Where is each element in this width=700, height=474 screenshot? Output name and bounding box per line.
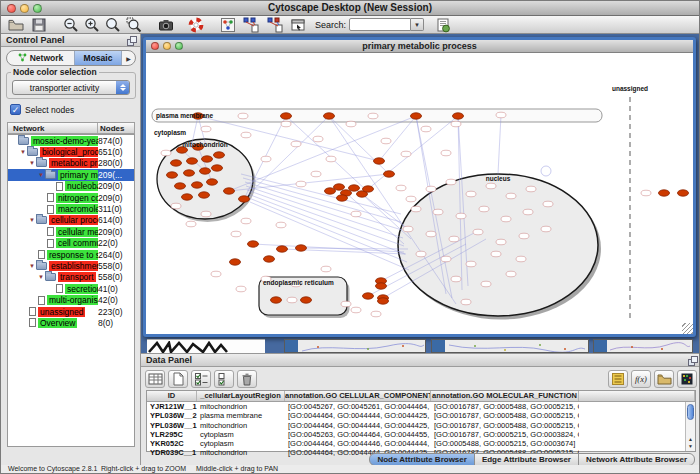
- network-node[interactable]: [321, 266, 331, 272]
- network-node-selected-category[interactable]: [363, 186, 374, 192]
- network-node[interactable]: [451, 276, 461, 282]
- network-node[interactable]: [541, 226, 551, 232]
- network-node-selected-category[interactable]: [202, 156, 213, 162]
- zoom-fit-icon[interactable]: [104, 17, 122, 33]
- network-node-selected-category[interactable]: [659, 190, 670, 196]
- table-cell[interactable]: [579, 430, 695, 439]
- float-panel-icon[interactable]: [688, 356, 698, 369]
- minimized-window-sketch[interactable]: [147, 339, 265, 353]
- table-cell[interactable]: [GO:0016787, GO:0005488, GO:0005215, G..…: [431, 421, 579, 430]
- network-node[interactable]: [276, 222, 286, 228]
- network-node-selected-category[interactable]: [212, 165, 223, 171]
- expand-toggle-icon[interactable]: ▼: [28, 263, 36, 269]
- table-row[interactable]: YJR121W__1mitochondrion[GO:0045267, GO:0…: [147, 402, 695, 411]
- network-node[interactable]: [211, 271, 221, 277]
- region-nucleus[interactable]: [398, 174, 598, 316]
- network-node-selected-category[interactable]: [192, 182, 203, 188]
- search-dropdown-arrow-icon[interactable]: ▼: [411, 18, 424, 31]
- network-node-selected-category[interactable]: [374, 158, 385, 164]
- network-node[interactable]: [441, 150, 451, 156]
- network-node[interactable]: [171, 203, 181, 209]
- table-cell[interactable]: cytoplasm: [197, 439, 285, 448]
- tree-row[interactable]: ▼primary metabol209(...: [8, 169, 134, 180]
- network-node-selected-category[interactable]: [376, 283, 387, 289]
- network-node-selected-category[interactable]: [453, 113, 464, 119]
- attribute-table-icon[interactable]: [145, 370, 165, 388]
- network-node-selected-category[interactable]: [384, 171, 395, 177]
- open-icon[interactable]: [7, 17, 25, 33]
- network-node[interactable]: [526, 186, 536, 192]
- select-nodes-checkbox[interactable]: ✓: [10, 104, 21, 115]
- network-node[interactable]: [238, 113, 248, 119]
- network-node[interactable]: [186, 221, 196, 227]
- vizmapper-icon[interactable]: [219, 17, 237, 33]
- tree-row[interactable]: mosaic-demo-yeast874(0): [8, 135, 134, 146]
- network-node[interactable]: [313, 136, 323, 142]
- network-node[interactable]: [401, 151, 411, 157]
- tab-scroll-right-icon[interactable]: ▶: [122, 51, 135, 65]
- snapshot-camera-icon[interactable]: [157, 17, 175, 33]
- network-node[interactable]: [491, 251, 501, 257]
- network-node[interactable]: [381, 138, 391, 144]
- help-lifering-icon[interactable]: [187, 17, 205, 33]
- tree-row[interactable]: ▼cellular process614(0): [8, 215, 134, 226]
- network-graph[interactable]: plasma membranecytoplasmmitochondrionnuc…: [146, 53, 693, 334]
- table-cell[interactable]: YLR295C: [147, 430, 197, 439]
- network-node-selected-category[interactable]: [678, 190, 689, 196]
- network-node[interactable]: [466, 261, 476, 267]
- table-cell[interactable]: mitochondrion: [197, 421, 285, 430]
- network-node[interactable]: [281, 121, 291, 127]
- network-node[interactable]: [523, 209, 533, 215]
- layout-annotations-alt-icon[interactable]: [266, 17, 284, 33]
- network-canvas[interactable]: plasma membranecytoplasmmitochondrionnuc…: [146, 53, 693, 334]
- network-node[interactable]: [496, 112, 506, 118]
- network-node-selected-category[interactable]: [337, 195, 348, 201]
- network-node-selected-category[interactable]: [349, 185, 360, 191]
- network-node[interactable]: [481, 281, 491, 287]
- column-header[interactable]: [579, 391, 695, 401]
- select-attributes-icon[interactable]: [191, 370, 211, 388]
- network-node-selected-category[interactable]: [334, 184, 345, 190]
- tree-row[interactable]: response to stimulu264(0): [8, 249, 134, 260]
- tree-row[interactable]: macromolecule311(0): [8, 203, 134, 214]
- network-node[interactable]: [311, 171, 321, 177]
- network-node-selected-category[interactable]: [207, 179, 218, 185]
- tree-row[interactable]: cell communicat22(0): [8, 238, 134, 249]
- network-node[interactable]: [433, 209, 443, 215]
- attribute-list-icon[interactable]: [608, 370, 628, 388]
- network-node-selected-category[interactable]: [230, 259, 241, 265]
- network-node[interactable]: [161, 150, 171, 156]
- table-scrollbar[interactable]: ▲▼: [685, 402, 695, 451]
- zoom-out-icon[interactable]: [62, 17, 80, 33]
- tree-row[interactable]: multi-organism pro42(0): [8, 294, 134, 305]
- network-node[interactable]: [201, 211, 211, 217]
- table-cell[interactable]: YJR121W__1: [147, 402, 197, 411]
- network-node-selected-category[interactable]: [175, 183, 186, 189]
- network-node[interactable]: [479, 206, 489, 212]
- tree-row[interactable]: Overview8(0): [8, 317, 134, 328]
- function-builder-icon[interactable]: f(x): [631, 370, 651, 388]
- network-node[interactable]: [346, 121, 356, 127]
- network-node[interactable]: [543, 201, 553, 207]
- tree-column-nodes[interactable]: Nodes: [97, 123, 134, 133]
- network-node-selected-category[interactable]: [296, 245, 307, 251]
- network-node-selected-category[interactable]: [411, 113, 422, 119]
- float-panel-icon[interactable]: [127, 36, 137, 49]
- table-cell[interactable]: [579, 411, 695, 420]
- tree-row[interactable]: cellular metabo209(0): [8, 226, 134, 237]
- network-node[interactable]: [231, 231, 241, 237]
- network-node[interactable]: [341, 301, 351, 307]
- attribute-checks-icon[interactable]: [214, 370, 234, 388]
- table-cell[interactable]: [GO:0044464, GO:0044444, GO:0044425, G..…: [285, 421, 431, 430]
- network-node-selected-category[interactable]: [239, 196, 250, 202]
- table-cell[interactable]: YKR052C: [147, 439, 197, 448]
- table-cell[interactable]: [579, 402, 695, 411]
- network-node[interactable]: [506, 271, 516, 277]
- filter-browser-icon[interactable]: [289, 17, 307, 33]
- table-cell[interactable]: [GO:0016787, GO:0005488, GO:0005215, G..…: [431, 411, 579, 420]
- network-node-selected-category[interactable]: [301, 297, 312, 303]
- delete-attribute-icon[interactable]: [237, 370, 257, 388]
- tree-row[interactable]: ▼establishment of lo558(0): [8, 260, 134, 271]
- node-color-dropdown[interactable]: transporter activity: [12, 80, 130, 95]
- tab-network[interactable]: Network: [7, 51, 74, 65]
